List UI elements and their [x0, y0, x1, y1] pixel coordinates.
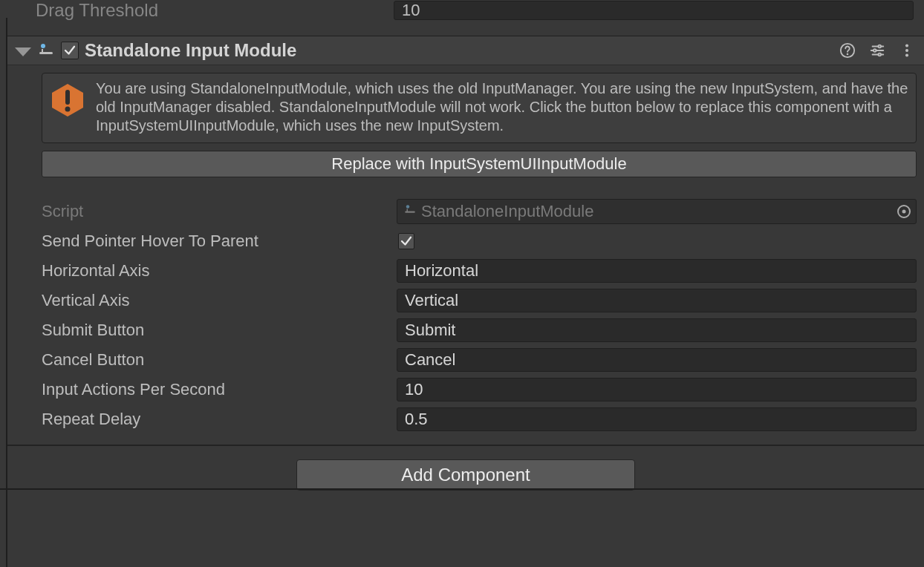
kebab-menu-icon[interactable]: [899, 42, 915, 59]
help-icon[interactable]: [839, 42, 856, 59]
property-row-vertical-axis: Vertical Axis: [42, 289, 917, 312]
prop-field-cancel-button[interactable]: [397, 348, 917, 372]
svg-rect-21: [405, 212, 415, 213]
property-row-input-actions: Input Actions Per Second: [42, 378, 917, 402]
prop-label-input-actions: Input Actions Per Second: [42, 380, 397, 399]
preset-icon[interactable]: [869, 42, 885, 59]
svg-rect-1: [39, 52, 53, 54]
property-row-horizontal-axis: Horizontal Axis: [42, 259, 917, 283]
property-row-send-hover: Send Pointer Hover To Parent: [42, 229, 917, 253]
prop-label-repeat-delay: Repeat Delay: [42, 410, 397, 429]
svg-point-14: [905, 45, 908, 47]
prop-label-horizontal-axis: Horizontal Axis: [42, 261, 397, 281]
replace-button[interactable]: Replace with InputSystemUIInputModule: [42, 151, 917, 177]
add-component-button[interactable]: Add Component: [296, 459, 635, 491]
property-row-script: Script StandaloneInputModule: [42, 200, 917, 223]
send-hover-checkbox[interactable]: [398, 233, 414, 249]
prop-value-script: StandaloneInputModule: [421, 202, 892, 221]
svg-rect-18: [65, 90, 70, 105]
warning-box: You are using StandaloneInputModule, whi…: [42, 73, 917, 143]
prop-label-script: Script: [42, 202, 397, 221]
panel-separator: [0, 488, 924, 490]
prop-field-repeat-delay[interactable]: [397, 407, 917, 431]
prop-field-script[interactable]: StandaloneInputModule: [397, 199, 917, 224]
prop-value-drag-threshold: 10: [402, 1, 420, 20]
add-component-label: Add Component: [401, 465, 530, 485]
component-title: Standalone Input Module: [85, 40, 839, 61]
prop-label-submit-button: Submit Button: [42, 321, 397, 340]
object-picker-icon[interactable]: [897, 204, 911, 219]
component-properties: Script StandaloneInputModule Send Pointe…: [7, 182, 924, 446]
prop-field-vertical-axis[interactable]: [397, 289, 917, 312]
panel-left-edge: [0, 18, 7, 567]
component-enabled-checkbox[interactable]: [61, 42, 79, 59]
svg-point-13: [878, 53, 881, 56]
component-header[interactable]: Standalone Input Module: [7, 36, 924, 65]
prop-label-drag-threshold: Drag Threshold: [36, 0, 394, 21]
prop-label-cancel-button: Cancel Button: [42, 350, 397, 370]
prop-field-submit-button[interactable]: [397, 318, 917, 342]
replace-button-label: Replace with InputSystemUIInputModule: [331, 154, 626, 174]
warning-text: You are using StandaloneInputModule, whi…: [96, 79, 908, 135]
prop-label-vertical-axis: Vertical Axis: [42, 291, 397, 310]
property-row-cancel-button: Cancel Button: [42, 348, 917, 372]
add-component-area: Add Component: [7, 446, 924, 504]
svg-point-19: [65, 107, 71, 112]
svg-point-20: [406, 205, 410, 209]
svg-rect-2: [42, 49, 43, 53]
prop-field-drag-threshold[interactable]: 10: [394, 1, 914, 20]
svg-point-11: [878, 45, 881, 48]
svg-point-12: [873, 49, 876, 52]
foldout-toggle-icon[interactable]: [15, 47, 31, 56]
svg-point-24: [902, 210, 906, 214]
property-row-submit-button: Submit Button: [42, 318, 917, 342]
svg-rect-22: [407, 209, 409, 212]
warning-icon: [50, 82, 85, 118]
svg-point-4: [847, 53, 849, 56]
prop-field-horizontal-axis[interactable]: [397, 259, 917, 283]
svg-point-15: [905, 49, 908, 52]
property-row-drag-threshold: Drag Threshold 10: [7, 0, 924, 24]
svg-point-16: [905, 53, 908, 56]
component-script-icon: [37, 42, 55, 59]
property-row-repeat-delay: Repeat Delay: [42, 407, 917, 431]
prop-field-input-actions[interactable]: [397, 378, 917, 402]
prop-label-send-hover: Send Pointer Hover To Parent: [42, 232, 397, 251]
svg-point-0: [41, 44, 45, 48]
script-mini-icon: [403, 203, 417, 220]
